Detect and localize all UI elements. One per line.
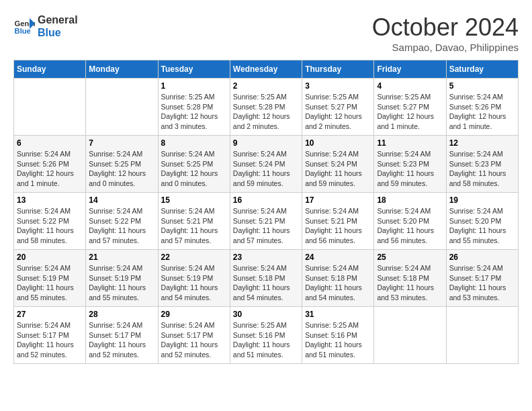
day-number: 15 — [161, 195, 227, 205]
day-number: 6 — [17, 138, 83, 148]
day-cell: 29Sunrise: 5:24 AM Sunset: 5:17 PM Dayli… — [158, 307, 230, 364]
day-cell: 24Sunrise: 5:24 AM Sunset: 5:18 PM Dayli… — [302, 250, 374, 307]
day-cell: 19Sunrise: 5:24 AM Sunset: 5:20 PM Dayli… — [446, 193, 518, 250]
header-saturday: Saturday — [446, 60, 518, 79]
day-cell: 7Sunrise: 5:24 AM Sunset: 5:25 PM Daylig… — [86, 136, 158, 193]
day-number: 14 — [89, 195, 154, 205]
logo: General Blue General Blue — [13, 13, 78, 39]
day-number: 27 — [17, 310, 83, 319]
day-detail: Sunrise: 5:25 AM Sunset: 5:28 PM Dayligh… — [161, 92, 227, 132]
day-number: 4 — [377, 81, 443, 91]
day-cell: 9Sunrise: 5:24 AM Sunset: 5:24 PM Daylig… — [230, 136, 302, 193]
day-cell: 25Sunrise: 5:24 AM Sunset: 5:18 PM Dayli… — [374, 250, 446, 307]
week-row-4: 20Sunrise: 5:24 AM Sunset: 5:19 PM Dayli… — [14, 250, 519, 307]
week-row-5: 27Sunrise: 5:24 AM Sunset: 5:17 PM Dayli… — [14, 307, 519, 364]
day-number: 7 — [89, 138, 154, 148]
day-detail: Sunrise: 5:25 AM Sunset: 5:27 PM Dayligh… — [377, 92, 443, 132]
calendar-table: SundayMondayTuesdayWednesdayThursdayFrid… — [13, 60, 519, 364]
day-cell: 16Sunrise: 5:24 AM Sunset: 5:21 PM Dayli… — [230, 193, 302, 250]
day-cell: 11Sunrise: 5:24 AM Sunset: 5:23 PM Dayli… — [374, 136, 446, 193]
day-number: 21 — [89, 253, 154, 262]
week-row-2: 6Sunrise: 5:24 AM Sunset: 5:26 PM Daylig… — [14, 136, 519, 193]
day-number: 1 — [161, 81, 227, 91]
location-subtitle: Sampao, Davao, Philippines — [372, 42, 519, 53]
day-number: 25 — [377, 253, 443, 262]
day-number: 2 — [233, 81, 299, 91]
day-detail: Sunrise: 5:24 AM Sunset: 5:22 PM Dayligh… — [89, 206, 154, 246]
day-detail: Sunrise: 5:24 AM Sunset: 5:17 PM Dayligh… — [89, 320, 154, 360]
day-detail: Sunrise: 5:24 AM Sunset: 5:17 PM Dayligh… — [17, 320, 83, 360]
day-number: 3 — [305, 81, 371, 91]
day-detail: Sunrise: 5:24 AM Sunset: 5:18 PM Dayligh… — [377, 263, 443, 303]
header-tuesday: Tuesday — [158, 60, 230, 79]
day-cell: 20Sunrise: 5:24 AM Sunset: 5:19 PM Dayli… — [14, 250, 86, 307]
header-monday: Monday — [86, 60, 158, 79]
day-detail: Sunrise: 5:24 AM Sunset: 5:18 PM Dayligh… — [305, 263, 371, 303]
day-cell: 28Sunrise: 5:24 AM Sunset: 5:17 PM Dayli… — [86, 307, 158, 364]
day-number: 16 — [233, 195, 299, 205]
day-cell: 21Sunrise: 5:24 AM Sunset: 5:19 PM Dayli… — [86, 250, 158, 307]
day-detail: Sunrise: 5:25 AM Sunset: 5:16 PM Dayligh… — [233, 320, 299, 360]
logo-blue: Blue — [38, 26, 78, 39]
day-number: 5 — [449, 81, 515, 91]
day-detail: Sunrise: 5:24 AM Sunset: 5:20 PM Dayligh… — [377, 206, 443, 246]
day-cell: 18Sunrise: 5:24 AM Sunset: 5:20 PM Dayli… — [374, 193, 446, 250]
day-detail: Sunrise: 5:25 AM Sunset: 5:28 PM Dayligh… — [233, 92, 299, 132]
day-cell: 30Sunrise: 5:25 AM Sunset: 5:16 PM Dayli… — [230, 307, 302, 364]
header-sunday: Sunday — [14, 60, 86, 79]
day-detail: Sunrise: 5:24 AM Sunset: 5:18 PM Dayligh… — [233, 263, 299, 303]
svg-text:Blue: Blue — [15, 27, 31, 35]
day-cell: 2Sunrise: 5:25 AM Sunset: 5:28 PM Daylig… — [230, 79, 302, 136]
day-number: 23 — [233, 253, 299, 262]
day-cell: 8Sunrise: 5:24 AM Sunset: 5:25 PM Daylig… — [158, 136, 230, 193]
day-detail: Sunrise: 5:24 AM Sunset: 5:23 PM Dayligh… — [377, 149, 443, 189]
day-cell: 12Sunrise: 5:24 AM Sunset: 5:23 PM Dayli… — [446, 136, 518, 193]
day-detail: Sunrise: 5:24 AM Sunset: 5:19 PM Dayligh… — [89, 263, 154, 303]
week-row-1: 1Sunrise: 5:25 AM Sunset: 5:28 PM Daylig… — [14, 79, 519, 136]
day-number: 8 — [161, 138, 227, 148]
day-number: 30 — [233, 310, 299, 319]
day-cell: 22Sunrise: 5:24 AM Sunset: 5:19 PM Dayli… — [158, 250, 230, 307]
day-detail: Sunrise: 5:24 AM Sunset: 5:19 PM Dayligh… — [161, 263, 227, 303]
day-detail: Sunrise: 5:24 AM Sunset: 5:21 PM Dayligh… — [161, 206, 227, 246]
day-detail: Sunrise: 5:25 AM Sunset: 5:16 PM Dayligh… — [305, 320, 371, 360]
day-number: 10 — [305, 138, 371, 148]
day-cell: 3Sunrise: 5:25 AM Sunset: 5:27 PM Daylig… — [302, 79, 374, 136]
day-detail: Sunrise: 5:24 AM Sunset: 5:19 PM Dayligh… — [17, 263, 83, 303]
day-detail: Sunrise: 5:24 AM Sunset: 5:26 PM Dayligh… — [449, 92, 515, 132]
day-cell — [86, 79, 158, 136]
day-number: 9 — [233, 138, 299, 148]
day-number: 26 — [449, 253, 515, 262]
day-number: 28 — [89, 310, 154, 319]
day-detail: Sunrise: 5:24 AM Sunset: 5:17 PM Dayligh… — [449, 263, 515, 303]
day-cell: 27Sunrise: 5:24 AM Sunset: 5:17 PM Dayli… — [14, 307, 86, 364]
month-title: October 2024 — [372, 13, 519, 42]
day-cell: 17Sunrise: 5:24 AM Sunset: 5:21 PM Dayli… — [302, 193, 374, 250]
day-detail: Sunrise: 5:24 AM Sunset: 5:21 PM Dayligh… — [233, 206, 299, 246]
week-row-3: 13Sunrise: 5:24 AM Sunset: 5:22 PM Dayli… — [14, 193, 519, 250]
day-cell: 14Sunrise: 5:24 AM Sunset: 5:22 PM Dayli… — [86, 193, 158, 250]
day-cell — [374, 307, 446, 364]
day-number: 19 — [449, 195, 515, 205]
header-row: SundayMondayTuesdayWednesdayThursdayFrid… — [14, 60, 519, 79]
day-number: 12 — [449, 138, 515, 148]
day-cell — [446, 307, 518, 364]
day-cell: 15Sunrise: 5:24 AM Sunset: 5:21 PM Dayli… — [158, 193, 230, 250]
day-detail: Sunrise: 5:24 AM Sunset: 5:24 PM Dayligh… — [233, 149, 299, 189]
day-number: 13 — [17, 195, 83, 205]
day-number: 31 — [305, 310, 371, 319]
day-number: 22 — [161, 253, 227, 262]
day-number: 20 — [17, 253, 83, 262]
header-friday: Friday — [374, 60, 446, 79]
day-cell: 5Sunrise: 5:24 AM Sunset: 5:26 PM Daylig… — [446, 79, 518, 136]
logo-icon: General Blue — [13, 15, 35, 37]
day-cell: 13Sunrise: 5:24 AM Sunset: 5:22 PM Dayli… — [14, 193, 86, 250]
day-detail: Sunrise: 5:24 AM Sunset: 5:20 PM Dayligh… — [449, 206, 515, 246]
day-cell: 26Sunrise: 5:24 AM Sunset: 5:17 PM Dayli… — [446, 250, 518, 307]
day-detail: Sunrise: 5:24 AM Sunset: 5:23 PM Dayligh… — [449, 149, 515, 189]
day-detail: Sunrise: 5:24 AM Sunset: 5:25 PM Dayligh… — [89, 149, 154, 189]
page-header: General Blue General Blue October 2024 S… — [13, 13, 519, 53]
header-thursday: Thursday — [302, 60, 374, 79]
day-detail: Sunrise: 5:24 AM Sunset: 5:25 PM Dayligh… — [161, 149, 227, 189]
day-detail: Sunrise: 5:25 AM Sunset: 5:27 PM Dayligh… — [305, 92, 371, 132]
